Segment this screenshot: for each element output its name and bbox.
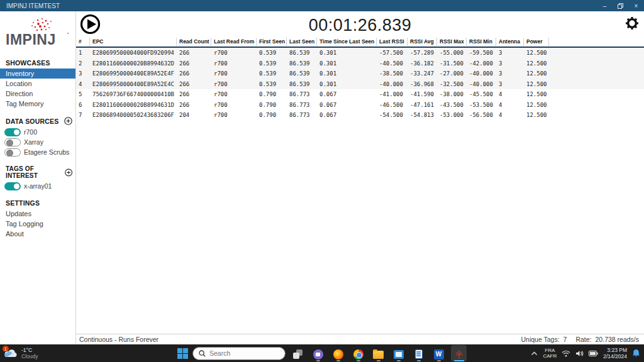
search-icon <box>199 350 206 357</box>
task-view-button[interactable] <box>290 345 306 361</box>
cell-rssi-avg: -36.968 <box>408 81 437 87</box>
cell-last-rssi: -46.500 <box>377 102 408 108</box>
sidebar-item-tag-logging[interactable]: Tag Logging <box>0 219 75 229</box>
table-row[interactable]: 5 756269736F6674000000410B 266 r700 0.79… <box>76 89 644 100</box>
taskbar-search[interactable] <box>192 347 286 360</box>
col-header-epc[interactable]: EPC <box>90 38 177 46</box>
file-explorer-icon <box>373 351 384 359</box>
col-header-first-seen[interactable]: First Seen <box>257 38 287 46</box>
unique-tags-label: Unique Tags: <box>521 336 559 343</box>
unique-tags-value: 7 <box>564 336 567 343</box>
taskbar-app-notepad[interactable] <box>411 345 426 361</box>
rate-label: Rate: <box>575 336 591 343</box>
col-header-time-since-last-seen[interactable]: Time Since Last Seen <box>317 38 377 46</box>
close-icon[interactable]: × <box>628 0 644 11</box>
app-window: IMPINJ SHOWCASES Inventory Location Dire… <box>0 11 644 344</box>
taskbar-app-firefox[interactable] <box>330 345 346 361</box>
sidebar-item-updates[interactable]: Updates <box>0 209 75 219</box>
search-input[interactable] <box>209 349 272 357</box>
language-line1: FRA <box>543 348 557 353</box>
col-header-antenna[interactable]: Antenna <box>496 38 524 46</box>
cell-time-since-last-seen: 0.301 <box>317 70 377 77</box>
taskbar-weather-widget[interactable]: 1 -1°C Cloudy <box>4 347 38 359</box>
start-button[interactable] <box>177 348 188 359</box>
word-icon: W <box>434 349 444 359</box>
table-row[interactable]: 1 E280699500004000FD920994 266 r700 0.53… <box>76 48 644 58</box>
toggle-on-icon[interactable] <box>4 128 21 136</box>
taskbar-app-file-explorer[interactable] <box>370 345 386 361</box>
toggle-off-icon[interactable] <box>4 138 21 146</box>
window-controls: – × <box>597 0 644 11</box>
table-row[interactable]: 4 E28069950000400E89A52E4C 266 r700 0.53… <box>76 79 644 90</box>
table-row[interactable]: 6 E28011606000020B8994631D 266 r700 0.79… <box>76 100 644 111</box>
taskbar-app-word[interactable]: W <box>431 345 447 361</box>
sidebar-item-about[interactable]: About <box>0 229 75 239</box>
cell-rssi-avg: -47.161 <box>408 102 437 108</box>
cell-read-count: 266 <box>177 70 211 77</box>
sidebar-item-location[interactable]: Location <box>0 79 75 89</box>
cell-rssi-min: -40.000 <box>467 70 496 77</box>
impinj-logo: IMPINJ <box>5 16 70 52</box>
taskbar-app-chrome[interactable] <box>350 345 366 361</box>
data-source-label: r700 <box>24 128 37 136</box>
cell-read-count: 266 <box>177 60 211 67</box>
cell-first-seen: 0.790 <box>257 91 287 97</box>
language-switcher[interactable]: FRA CAFR <box>543 348 557 359</box>
col-header-power[interactable]: Power <box>524 38 549 46</box>
col-header-rssi-avg[interactable]: RSSI Avg <box>408 38 437 46</box>
taskbar-app-photos[interactable] <box>391 345 406 361</box>
sidebar-item-inventory[interactable]: Inventory <box>0 69 75 79</box>
rate-value: 20.738 reads/s <box>596 336 639 343</box>
col-header-read-count[interactable]: Read Count <box>177 38 211 46</box>
add-data-source-icon[interactable] <box>64 117 72 125</box>
minimize-icon[interactable]: – <box>597 0 613 11</box>
window-title: IMPINJ ITEMTEST <box>6 3 60 9</box>
tag-of-interest-x-array01[interactable]: x-array01 <box>0 181 75 191</box>
play-button[interactable] <box>80 14 101 35</box>
cell-rssi-max: -43.500 <box>437 102 467 108</box>
cell-last-rssi: -57.500 <box>377 50 408 56</box>
weather-temp: -1°C <box>21 347 38 353</box>
clock-widget[interactable]: 3:23 PM 2/14/2024 <box>603 347 627 359</box>
col-header-rssi-max[interactable]: RSSI Max <box>437 38 467 46</box>
cell-first-seen: 0.790 <box>257 112 287 118</box>
table-row[interactable]: 7 E2806894000050243683206F 204 r700 0.79… <box>76 110 644 121</box>
table-row[interactable]: 3 E28069950000400E89A52E4F 266 r700 0.53… <box>76 69 644 79</box>
data-source-etagere-scrubs[interactable]: Etagere Scrubs <box>0 147 75 157</box>
sidebar-item-tag-memory[interactable]: Tag Memory <box>0 99 75 109</box>
task-view-icon <box>293 349 303 359</box>
cell-time-since-last-seen: 0.067 <box>317 102 377 108</box>
toggle-off-icon[interactable] <box>4 148 21 156</box>
col-header-last-seen[interactable]: Last Seen <box>287 38 317 46</box>
cell-time-since-last-seen: 0.301 <box>317 50 377 56</box>
restore-icon[interactable] <box>613 0 628 11</box>
col-header-last-read-from[interactable]: Last Read From <box>211 38 257 46</box>
col-header-last-rssi[interactable]: Last RSSI <box>377 38 408 46</box>
tray-overflow-chevron-icon[interactable] <box>531 351 538 356</box>
gear-icon[interactable] <box>625 16 640 31</box>
cell-rssi-min: -40.000 <box>467 81 496 87</box>
add-tag-of-interest-icon[interactable] <box>65 168 72 177</box>
sidebar-item-direction[interactable]: Direction <box>0 89 75 99</box>
cell-antenna: 3 <box>496 50 524 56</box>
cell-last-seen: 86.773 <box>287 112 317 118</box>
cell-power: 12.500 <box>524 91 549 97</box>
data-source-xarray[interactable]: Xarray <box>0 137 75 147</box>
col-header-num[interactable]: # <box>76 38 90 46</box>
cell-epc: E28069950000400E89A52E4F <box>90 70 177 77</box>
status-bar: Continuous - Runs Forever Unique Tags: 7… <box>76 334 644 344</box>
table-row[interactable]: 2 E28011606000020B8994632D 266 r700 0.53… <box>76 58 644 69</box>
volume-icon[interactable] <box>575 350 584 357</box>
taskbar-app-itemtest-active[interactable] <box>451 345 467 361</box>
cell-antenna: 3 <box>496 60 524 67</box>
cell-rssi-max: -53.000 <box>437 112 467 118</box>
wifi-icon[interactable] <box>562 350 570 357</box>
notification-bell-icon[interactable] <box>632 349 640 358</box>
col-header-rssi-min[interactable]: RSSI Min <box>467 38 496 46</box>
taskbar-app-video[interactable] <box>310 345 326 361</box>
cell-time-since-last-seen: 0.301 <box>317 81 377 87</box>
battery-icon[interactable] <box>589 351 598 356</box>
toggle-on-icon[interactable] <box>4 182 21 190</box>
data-source-r700[interactable]: r700 <box>0 127 75 137</box>
cell-time-since-last-seen: 0.067 <box>317 91 377 97</box>
